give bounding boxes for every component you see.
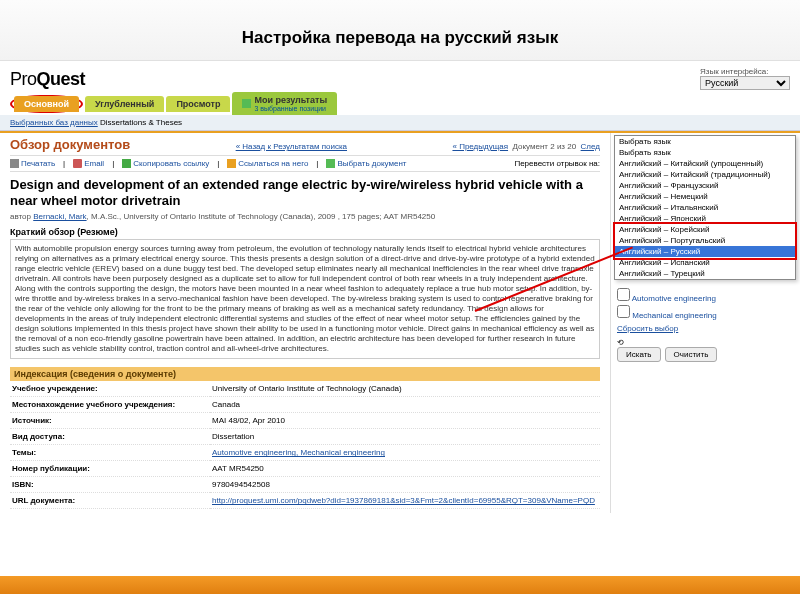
index-key: Вид доступа: <box>10 429 210 445</box>
lang-option[interactable]: Английский – Испанский <box>615 257 795 268</box>
index-row: ISBN:9780494542508 <box>10 477 600 493</box>
tab-browse[interactable]: Просмотр <box>166 96 230 112</box>
index-key: Источник: <box>10 413 210 429</box>
index-value: 9780494542508 <box>210 477 600 493</box>
cite-button[interactable]: Ссылаться на него <box>227 159 308 168</box>
abstract-text: With automobile propulsion energy source… <box>10 239 600 359</box>
slide-title: Настройка перевода на русский язык <box>0 0 800 60</box>
clear-button[interactable]: Очистить <box>665 347 718 362</box>
db-link[interactable]: Выбранных баз данных <box>10 118 98 127</box>
tab-basic[interactable]: Основной <box>14 96 79 112</box>
logo-bold: Quest <box>37 69 86 89</box>
tab-results-label: Мои результаты <box>254 95 327 105</box>
email-button[interactable]: Email <box>73 159 104 168</box>
translate-language-dropdown[interactable]: Выбрать языкВыбрать языкАнглийский – Кит… <box>614 135 796 280</box>
lang-option[interactable]: Английский – Китайский (традиционный) <box>615 169 795 180</box>
index-value: University of Ontario Institute of Techn… <box>210 381 600 397</box>
reset-selection[interactable]: Сбросить выбор <box>617 324 794 333</box>
check-icon <box>326 159 335 168</box>
index-key: Номер публикации: <box>10 461 210 477</box>
lang-option[interactable]: Английский – Японский <box>615 213 795 224</box>
check-mechanical[interactable]: Mechanical engineering <box>617 304 794 321</box>
index-value: AAT MR54250 <box>210 461 600 477</box>
pager: « Предыдущая Документ 2 из 20 След <box>452 142 600 151</box>
lang-option[interactable]: Английский – Французский <box>615 180 795 191</box>
lang-option[interactable]: Английский – Итальянский <box>615 202 795 213</box>
article-meta: автор Bernacki, Mark, M.A.Sc., Universit… <box>10 212 600 221</box>
footer-bar <box>0 576 800 594</box>
lang-option[interactable]: Выбрать язык <box>615 147 795 158</box>
index-key: ISBN: <box>10 477 210 493</box>
tab-my-results[interactable]: Мои результаты 3 выбранные позиции <box>232 92 337 115</box>
highlight-circle: Основной <box>10 95 83 113</box>
tab-row: Основной Углубленный Просмотр Мои резуль… <box>0 92 800 115</box>
lang-select[interactable]: Русский <box>700 76 790 90</box>
cite-icon <box>227 159 236 168</box>
lang-option[interactable]: Английский – Португальский <box>615 235 795 246</box>
indexing-table: Учебное учреждение:University of Ontario… <box>10 381 600 509</box>
print-button[interactable]: Печатать <box>10 159 55 168</box>
lang-option[interactable]: Английский – Немецкий <box>615 191 795 202</box>
database-line: Выбранных баз данных Dissertations & The… <box>0 115 800 131</box>
topbar: ProQuest Язык интерфейса: Русский <box>0 61 800 90</box>
index-row: Источник:MAI 48/02, Apr 2010 <box>10 413 600 429</box>
logo-pre: Pro <box>10 69 37 89</box>
index-value[interactable]: http://proquest.umi.com/pqdweb?did=19378… <box>210 493 600 509</box>
print-icon <box>10 159 19 168</box>
author-link[interactable]: Bernacki, Mark <box>33 212 86 221</box>
index-key: Учебное учреждение: <box>10 381 210 397</box>
index-row: Вид доступа:Dissertation <box>10 429 600 445</box>
proquest-app: ProQuest Язык интерфейса: Русский Основн… <box>0 60 800 513</box>
lang-label: Язык интерфейса: <box>700 67 790 76</box>
index-value: Dissertation <box>210 429 600 445</box>
prev-link[interactable]: « Предыдущая <box>452 142 508 151</box>
index-value: MAI 48/02, Apr 2010 <box>210 413 600 429</box>
index-key: URL документа: <box>10 493 210 509</box>
index-row: Учебное учреждение:University of Ontario… <box>10 381 600 397</box>
select-doc-button[interactable]: Выбрать документ <box>326 159 406 168</box>
interface-language: Язык интерфейса: Русский <box>700 67 790 90</box>
abstract-header: Краткий обзор (Резюме) <box>10 227 600 237</box>
index-key: Темы: <box>10 445 210 461</box>
index-key: Местонахождение учебного учреждения: <box>10 397 210 413</box>
next-link[interactable]: След <box>581 142 600 151</box>
email-icon <box>73 159 82 168</box>
folder-icon <box>242 99 251 108</box>
lang-option[interactable]: Английский – Русский <box>615 246 795 257</box>
copy-link-button[interactable]: Скопировать ссылку <box>122 159 209 168</box>
lang-option[interactable]: Английский – Турецкий <box>615 268 795 279</box>
index-row: Местонахождение учебного учреждения:Cana… <box>10 397 600 413</box>
article-title: Design and development of an extended ra… <box>10 177 600 208</box>
indexing-header: Индексация (сведения о документе) <box>10 367 600 381</box>
lang-option[interactable]: Английский – Китайский (упрощенный) <box>615 158 795 169</box>
index-row: Номер публикации:AAT MR54250 <box>10 461 600 477</box>
doc-toolbar: Печатать | Email | Скопировать ссылку | … <box>10 155 600 172</box>
search-button[interactable]: Искать <box>617 347 661 362</box>
doc-overview-title: Обзор документов <box>10 137 130 152</box>
index-value[interactable]: Automotive engineering, Mechanical engin… <box>210 445 600 461</box>
check-automotive[interactable]: Automotive engineering <box>617 287 794 304</box>
index-row: Темы:Automotive engineering, Mechanical … <box>10 445 600 461</box>
sidebar: Выбрать языкВыбрать языкАнглийский – Кит… <box>610 133 800 513</box>
refine-checks: Automotive engineering Mechanical engine… <box>617 287 794 362</box>
translate-label: Перевести отрывок на: <box>514 159 600 168</box>
index-value: Canada <box>210 397 600 413</box>
logo: ProQuest <box>10 69 85 90</box>
main-area: Обзор документов « Назад к Результатам п… <box>0 133 800 513</box>
db-name: Dissertations & Theses <box>100 118 182 127</box>
content-column: Обзор документов « Назад к Результатам п… <box>0 133 610 513</box>
lang-option[interactable]: Английский – Корейский <box>615 224 795 235</box>
pager-pos: Документ 2 из 20 <box>513 142 577 151</box>
index-row: URL документа:http://proquest.umi.com/pq… <box>10 493 600 509</box>
link-icon <box>122 159 131 168</box>
back-to-results[interactable]: « Назад к Результатам поиска <box>236 142 347 151</box>
tab-advanced[interactable]: Углубленный <box>85 96 164 112</box>
tab-results-sub: 3 выбранные позиции <box>254 105 327 112</box>
lang-option[interactable]: Выбрать язык <box>615 136 795 147</box>
